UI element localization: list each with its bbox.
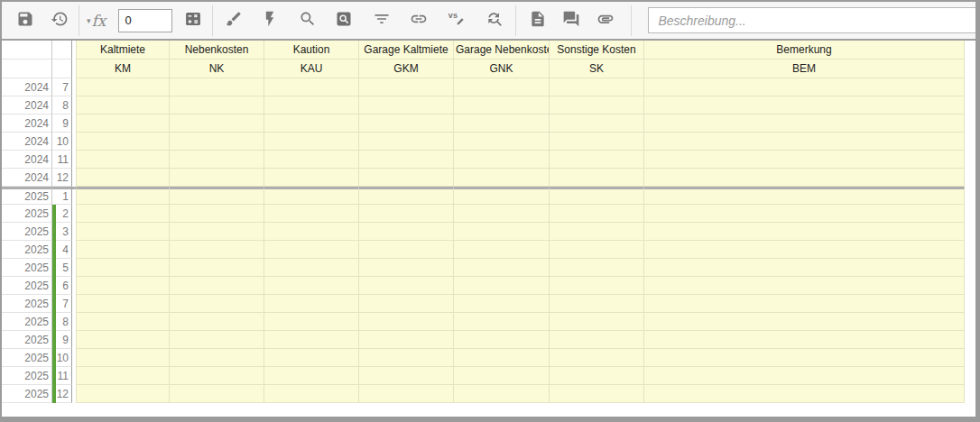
cell[interactable]: [644, 205, 965, 223]
cell[interactable]: [170, 295, 264, 313]
cell[interactable]: [170, 241, 264, 259]
cell[interactable]: [76, 78, 170, 96]
cell[interactable]: [644, 385, 965, 403]
row-header-year[interactable]: 2024: [2, 96, 52, 115]
cell[interactable]: [550, 313, 644, 331]
row-header-month[interactable]: 1: [52, 187, 72, 205]
cell[interactable]: [644, 78, 965, 96]
cell[interactable]: [644, 367, 965, 385]
cell[interactable]: [170, 187, 264, 205]
column-header-kaltmiete[interactable]: Kaltmiete: [76, 41, 170, 60]
row-header-month[interactable]: 12: [52, 169, 72, 187]
cell[interactable]: [359, 259, 454, 277]
cell[interactable]: [359, 223, 454, 241]
cell[interactable]: [170, 151, 264, 169]
cell[interactable]: [550, 223, 644, 241]
cell[interactable]: [454, 151, 550, 169]
vs-edit-button[interactable]: vs: [447, 11, 467, 31]
cell[interactable]: [359, 169, 454, 187]
cell[interactable]: [76, 295, 170, 313]
cell[interactable]: [550, 295, 644, 313]
cell[interactable]: [550, 115, 644, 133]
cell[interactable]: [264, 187, 359, 205]
cell[interactable]: [550, 331, 644, 349]
column-header-nebenkosten[interactable]: Nebenkosten: [170, 41, 264, 60]
cell[interactable]: [359, 78, 454, 96]
cell[interactable]: [644, 133, 965, 151]
column-header-kaution[interactable]: Kaution: [264, 41, 359, 60]
row-header-year[interactable]: 2025: [2, 349, 52, 367]
cell[interactable]: [550, 241, 644, 259]
cell[interactable]: [359, 96, 454, 115]
cell[interactable]: [550, 385, 644, 403]
cell[interactable]: [644, 313, 965, 331]
cell[interactable]: [359, 331, 454, 349]
cell[interactable]: [264, 367, 359, 385]
cell[interactable]: [264, 151, 359, 169]
cell[interactable]: [550, 277, 644, 295]
row-header-year[interactable]: 2025: [2, 277, 52, 295]
row-header-year[interactable]: 2025: [2, 259, 52, 277]
cell[interactable]: [644, 169, 965, 187]
cell[interactable]: [264, 277, 359, 295]
cell[interactable]: [454, 78, 550, 96]
column-code-km[interactable]: KM: [76, 60, 170, 78]
cell[interactable]: [264, 223, 359, 241]
cell[interactable]: [76, 96, 170, 115]
cell[interactable]: [454, 259, 550, 277]
cell[interactable]: [170, 277, 264, 295]
cell[interactable]: [454, 223, 550, 241]
find-replace-button[interactable]: [485, 11, 504, 31]
cell[interactable]: [264, 313, 359, 331]
row-header-year[interactable]: 2024: [2, 78, 52, 96]
row-header-year[interactable]: 2025: [2, 313, 52, 331]
cell[interactable]: [264, 349, 359, 367]
comments-button[interactable]: [561, 11, 581, 31]
row-header-year[interactable]: 2025: [2, 205, 52, 223]
cell[interactable]: [454, 133, 550, 151]
cell[interactable]: [550, 187, 644, 205]
row-header-year[interactable]: 2024: [2, 169, 52, 187]
cell[interactable]: [264, 295, 359, 313]
cell[interactable]: [359, 277, 454, 295]
cell[interactable]: [76, 115, 170, 133]
cell[interactable]: [454, 241, 550, 259]
flash-button[interactable]: [260, 11, 280, 31]
cell[interactable]: [264, 133, 359, 151]
row-header-year[interactable]: 2025: [2, 331, 52, 349]
cell[interactable]: [454, 205, 550, 223]
row-header-year[interactable]: 2025: [2, 295, 52, 313]
cell[interactable]: [550, 96, 644, 115]
row-header-year[interactable]: 2024: [2, 115, 52, 133]
cell[interactable]: [454, 277, 550, 295]
cell[interactable]: [170, 385, 264, 403]
row-header-month[interactable]: 8: [52, 96, 72, 115]
column-code-nk[interactable]: NK: [170, 60, 264, 78]
cell[interactable]: [76, 133, 170, 151]
cell[interactable]: [359, 151, 454, 169]
cell[interactable]: [454, 187, 550, 205]
row-header-year[interactable]: 2024: [2, 151, 52, 169]
cell[interactable]: [359, 385, 454, 403]
cell[interactable]: [76, 385, 170, 403]
cell[interactable]: [644, 295, 965, 313]
cell[interactable]: [550, 151, 644, 169]
column-header-garage-nebenkosten[interactable]: Garage Nebenkosten: [454, 41, 550, 60]
cell[interactable]: [550, 169, 644, 187]
cell[interactable]: [170, 313, 264, 331]
cell[interactable]: [359, 241, 454, 259]
attachment-button[interactable]: [596, 11, 615, 31]
cell[interactable]: [454, 385, 550, 403]
cell[interactable]: [76, 241, 170, 259]
cell[interactable]: [170, 223, 264, 241]
cell[interactable]: [264, 205, 359, 223]
column-code-sk[interactable]: SK: [550, 60, 644, 78]
cell[interactable]: [76, 187, 170, 205]
cell[interactable]: [644, 277, 965, 295]
row-header-year[interactable]: 2025: [2, 223, 52, 241]
cell[interactable]: [550, 78, 644, 96]
cell[interactable]: [454, 115, 550, 133]
cell[interactable]: [550, 133, 644, 151]
cell[interactable]: [76, 151, 170, 169]
cell[interactable]: [76, 367, 170, 385]
